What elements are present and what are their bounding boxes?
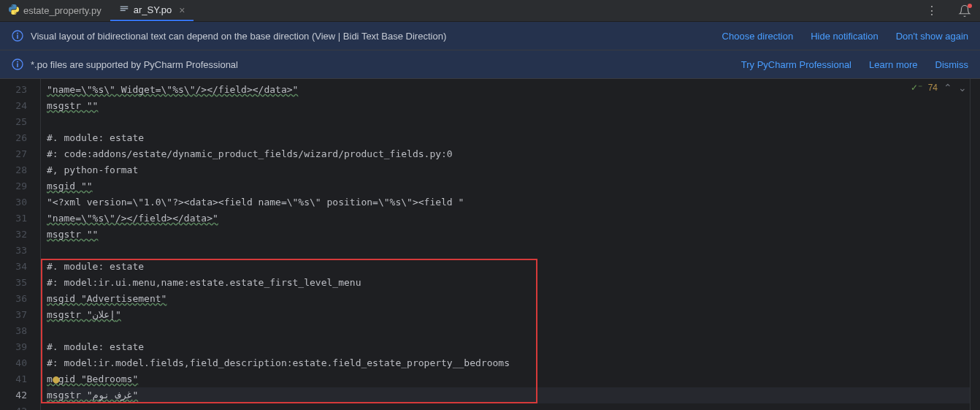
line-gutter: 23 24 25 26 27 28 29 30 31 32 33 34 35 3… [0,79,41,410]
chevron-up-icon[interactable]: ⌃ [943,82,952,94]
svg-rect-0 [120,7,128,7]
notification-dot [968,4,972,8]
code-line: msgstr "إعلان" [47,307,970,323]
code-line: msgstr "" [47,227,970,243]
code-line: #: code:addons/estate/dynamic_product_fi… [47,146,970,162]
warning-bullet-icon: ● [53,371,60,387]
marker-bar[interactable] [970,79,980,410]
tab-ar-sy-po[interactable]: ar_SY.po × [110,0,194,21]
line-number: 35 [0,275,27,291]
code-line: #: model:ir.model.fields,field_descripti… [47,355,970,371]
line-number: 42 [0,387,27,403]
code-line: msgstr "" [47,98,970,114]
tab-bar: estate_property.py ar_SY.po × ⋮ [0,0,980,22]
dismiss-link[interactable]: Dismiss [935,59,969,70]
code-line: #. module: estate [47,259,970,275]
po-file-icon [119,4,129,16]
line-number: 37 [0,307,27,323]
code-line [47,323,970,339]
line-number: 36 [0,291,27,307]
inspection-widget[interactable]: ✓⁻ 74 ⌃ ⌄ [911,82,967,94]
try-pro-link[interactable]: Try PyCharm Professional [741,59,851,70]
code-line: "name=\"%s\"/></field></data>" [47,210,970,227]
code-line: "name=\"%s\" Widget=\"%s\"/></field></da… [47,82,970,98]
line-number: 28 [0,162,27,178]
hide-notification-link[interactable]: Hide notification [811,31,878,42]
code-line: #. module: estate [47,339,970,355]
tab-label: ar_SY.po [134,4,172,15]
line-number: 41 [0,371,27,387]
warning-count: 74 [928,83,938,93]
tabs-container: estate_property.py ar_SY.po × [0,0,194,21]
bidi-banner: Visual layout of bidirectional text can … [0,22,980,50]
tab-estate-property[interactable]: estate_property.py [0,0,110,21]
line-number: 43 [0,403,27,410]
line-number: 24 [0,98,27,114]
line-number: 38 [0,323,27,339]
dont-show-again-link[interactable]: Don't show again [896,31,968,42]
check-icon: ✓⁻ [911,83,922,93]
pycharm-pro-banner: *.po files are supported by PyCharm Prof… [0,50,980,79]
line-number: 40 [0,355,27,371]
code-line [47,114,970,130]
code-line: ●msgid "Bedrooms" [47,371,970,387]
line-number: 25 [0,114,27,130]
tab-label: estate_property.py [23,5,102,16]
svg-point-7 [17,61,18,63]
python-icon [9,4,19,17]
chevron-down-icon[interactable]: ⌄ [958,82,967,94]
notifications-button[interactable] [958,4,971,20]
code-line [47,403,970,410]
code-line: msgid "Advertisement" [47,291,970,307]
svg-rect-1 [120,8,128,9]
choose-direction-link[interactable]: Choose direction [722,31,794,42]
svg-point-4 [17,33,18,34]
line-number: 26 [0,130,27,146]
code-line [47,243,970,259]
info-icon [12,58,23,70]
banner-text: *.po files are supported by PyCharm Prof… [31,59,741,70]
code-line: msgid "" [47,178,970,194]
close-icon[interactable]: × [179,4,185,16]
line-number: 39 [0,339,27,355]
line-number: 31 [0,210,27,227]
code-line: #: model:ir.ui.menu,name:estate.estate_f… [47,275,970,291]
code-area[interactable]: "name=\"%s\" Widget=\"%s\"/></field></da… [41,79,970,410]
line-number: 27 [0,146,27,162]
line-number: 34 [0,259,27,275]
line-number: 29 [0,178,27,194]
line-number: 32 [0,227,27,243]
svg-rect-8 [17,64,18,68]
info-icon [12,30,23,42]
line-number: 33 [0,243,27,259]
code-line: #, python-format [47,162,970,178]
svg-rect-5 [17,35,18,39]
code-editor[interactable]: 23 24 25 26 27 28 29 30 31 32 33 34 35 3… [0,79,980,410]
code-line: "<?xml version=\"1.0\"?><data><field nam… [47,194,970,210]
banner-text: Visual layout of bidirectional text can … [31,31,722,42]
svg-rect-2 [120,10,125,11]
line-number: 23 [0,82,27,98]
tab-menu-dots-icon[interactable]: ⋮ [926,4,939,18]
line-number: 30 [0,194,27,210]
code-line: msgstr "غرف نوم" [47,387,970,403]
learn-more-link[interactable]: Learn more [869,59,917,70]
code-line: #. module: estate [47,130,970,146]
